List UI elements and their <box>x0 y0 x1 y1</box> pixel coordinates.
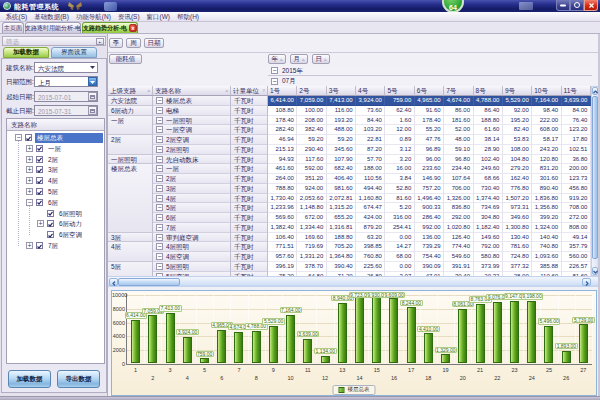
value-cell[interactable]: 754.40 <box>415 252 444 262</box>
value-cell[interactable]: 1,324.00 <box>532 223 561 233</box>
chart-bar[interactable] <box>338 303 347 364</box>
tree-checkbox[interactable] <box>36 145 43 152</box>
value-cell[interactable]: 126.40 <box>444 233 473 243</box>
value-cell[interactable]: 924.00 <box>297 184 326 194</box>
export-data-button[interactable]: 导出数据 <box>57 370 100 388</box>
value-cell[interactable]: 92.00 <box>503 106 532 116</box>
value-cell[interactable]: 193.20 <box>327 116 356 126</box>
value-cell[interactable]: 981.60 <box>327 184 356 194</box>
chart-bar[interactable] <box>303 339 312 364</box>
branch-name-cell[interactable]: −电梯 <box>153 106 231 116</box>
expand-icon[interactable]: + <box>37 220 44 227</box>
value-cell[interactable]: 424.00 <box>356 213 385 223</box>
tree-node-6层[interactable]: −6层 <box>7 198 104 208</box>
chart-bar[interactable] <box>217 330 226 364</box>
value-cell[interactable]: 61.60 <box>474 125 503 135</box>
value-cell[interactable]: 682.40 <box>327 164 356 174</box>
column-field-chip-日[interactable]: 日▵ <box>312 54 330 64</box>
value-cell[interactable]: 96.00 <box>415 155 444 165</box>
chart-bar[interactable] <box>355 297 364 363</box>
value-cell[interactable]: 68.66 <box>474 174 503 184</box>
chart-bar[interactable] <box>148 315 157 363</box>
value-cell[interactable]: 57.70 <box>356 155 385 165</box>
value-cell[interactable]: 82.40 <box>503 125 532 135</box>
horizontal-scrollbar-thumb[interactable] <box>118 278 180 286</box>
value-cell[interactable]: 117.60 <box>297 155 326 165</box>
value-cell[interactable]: 58.17 <box>532 135 561 145</box>
value-cell[interactable]: 188.80 <box>327 233 356 243</box>
value-cell[interactable]: 771.51 <box>268 242 297 252</box>
value-cell[interactable]: 195.20 <box>503 116 532 126</box>
value-cell[interactable]: 919.20 <box>562 194 591 204</box>
tree-checkbox[interactable] <box>36 177 43 184</box>
menu-item-5[interactable]: 帮助(H) <box>174 12 203 21</box>
collapse-icon[interactable]: − <box>156 165 163 172</box>
value-cell[interactable]: 708.00 <box>562 203 591 213</box>
branch-name-cell[interactable]: −2层 <box>153 174 231 184</box>
value-cell[interactable]: 740.80 <box>532 242 561 252</box>
value-cell[interactable]: 1,093.60 <box>532 252 561 262</box>
collapse-icon[interactable]: − <box>156 263 163 270</box>
value-cell[interactable]: 22.81 <box>356 135 385 145</box>
value-cell[interactable]: 3,639.00 <box>562 96 591 106</box>
period-button-0[interactable]: 季 <box>109 38 123 48</box>
value-cell[interactable]: 96.80 <box>444 155 473 165</box>
value-cell[interactable]: 59.10 <box>444 145 473 155</box>
value-cell[interactable]: 399.20 <box>532 213 561 223</box>
collapse-icon[interactable]: − <box>271 78 278 85</box>
value-cell[interactable]: 1,233.96 <box>268 203 297 213</box>
day-column-header-9号[interactable]: 9号 <box>503 86 532 96</box>
chart-bar[interactable] <box>183 337 192 364</box>
value-cell[interactable]: 2,072.81 <box>327 194 356 204</box>
branch-name-cell[interactable]: −一层照明 <box>153 116 231 126</box>
value-cell[interactable]: 96.89 <box>415 145 444 155</box>
value-cell[interactable]: 592.00 <box>297 164 326 174</box>
value-cell[interactable]: 4,788.00 <box>474 96 503 106</box>
value-cell[interactable]: 123.73 <box>562 174 591 184</box>
branch-name-cell[interactable]: −5层 <box>153 203 231 213</box>
tree-node-5层[interactable]: +5层 <box>7 187 104 197</box>
value-cell[interactable]: 28.90 <box>474 145 503 155</box>
value-cell[interactable]: 76.40 <box>562 116 591 126</box>
chart-bar[interactable] <box>579 324 588 363</box>
chart-bar[interactable] <box>441 354 450 363</box>
tree-node-7层[interactable]: +7层 <box>7 241 104 251</box>
value-cell[interactable]: 107.64 <box>444 174 473 184</box>
value-cell[interactable]: 396.19 <box>268 262 297 272</box>
value-cell[interactable]: 0.00 <box>385 233 414 243</box>
branch-name-cell[interactable]: −4层 <box>153 194 231 204</box>
value-cell[interactable]: 992.00 <box>415 223 444 233</box>
menu-item-2[interactable]: 功能导航(N) <box>72 12 114 21</box>
value-cell[interactable]: 47.76 <box>415 135 444 145</box>
value-cell[interactable]: 406.40 <box>327 174 356 184</box>
value-cell[interactable]: 1,316.81 <box>327 223 356 233</box>
expand-icon[interactable]: + <box>26 188 33 195</box>
value-cell[interactable]: 304.80 <box>474 213 503 223</box>
value-cell[interactable]: 87.20 <box>356 145 385 155</box>
branch-name-cell[interactable]: −7层 <box>153 223 231 233</box>
branch-name-cell[interactable]: −一层 <box>153 164 231 174</box>
collapse-icon[interactable]: − <box>26 199 33 206</box>
value-cell[interactable]: 3.12 <box>385 145 414 155</box>
value-cell[interactable]: 560.00 <box>562 252 591 262</box>
value-cell[interactable]: 279.20 <box>503 164 532 174</box>
day-column-header-2号[interactable]: 2号 <box>297 86 326 96</box>
chart-bar[interactable] <box>510 301 519 363</box>
load-data-button[interactable]: 加载数据 <box>8 370 51 388</box>
value-cell[interactable]: 188.00 <box>356 164 385 174</box>
expand-icon[interactable]: + <box>26 166 33 173</box>
value-cell[interactable]: 233.60 <box>415 164 444 174</box>
chart-bar[interactable] <box>562 351 571 364</box>
chart-bar[interactable] <box>372 296 381 364</box>
value-cell[interactable]: 879.20 <box>356 223 385 233</box>
collapse-icon[interactable]: − <box>156 243 163 250</box>
branch-name-cell[interactable]: −6层 <box>153 213 231 223</box>
chart-bar[interactable] <box>527 301 536 364</box>
collapse-icon[interactable]: − <box>156 117 163 124</box>
value-cell[interactable]: 48.00 <box>444 135 473 145</box>
value-cell[interactable]: 739.29 <box>415 242 444 252</box>
tree-checkbox[interactable] <box>25 134 32 141</box>
value-cell[interactable]: 140.40 <box>532 233 561 243</box>
day-column-header-8号[interactable]: 8号 <box>474 86 503 96</box>
value-cell[interactable]: 4,674.00 <box>444 96 473 106</box>
